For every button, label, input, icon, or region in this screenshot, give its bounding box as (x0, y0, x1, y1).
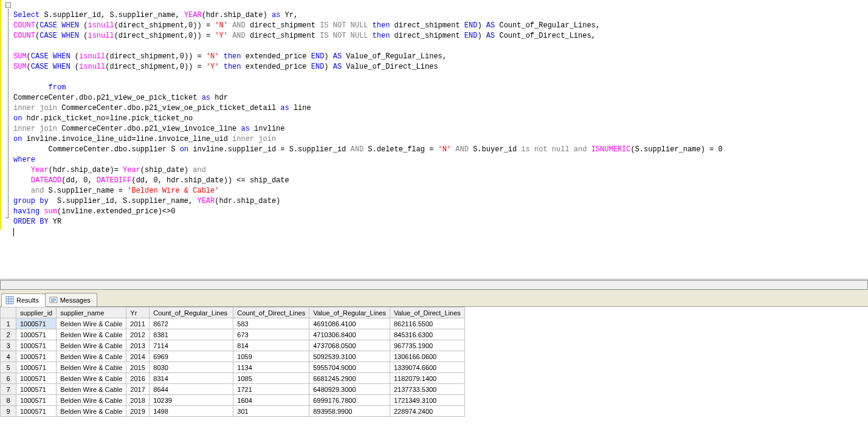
cell-Value_of_Direct_Lines[interactable]: 862116.5500 (390, 318, 464, 329)
table-row[interactable]: 11000571Belden Wire & Cable2011867258346… (1, 318, 465, 329)
cell-supplier_id[interactable]: 1000571 (16, 406, 57, 417)
cell-Value_of_Regular_Lines[interactable]: 6999176.7800 (309, 395, 390, 406)
cell-Value_of_Direct_Lines[interactable]: 2137733.5300 (390, 384, 464, 395)
cell-Yr[interactable]: 2015 (126, 362, 150, 373)
cell-supplier_id[interactable]: 1000571 (16, 384, 57, 395)
results-grid-icon (5, 296, 14, 304)
row-number-cell[interactable]: 5 (1, 362, 16, 373)
cell-Yr[interactable]: 2011 (126, 318, 150, 329)
tab-results[interactable]: Results (1, 293, 46, 307)
cell-Yr[interactable]: 2018 (126, 395, 150, 406)
cell-Value_of_Direct_Lines[interactable]: 1182079.1400 (390, 373, 464, 384)
horizontal-scrollbar[interactable] (0, 280, 868, 290)
cell-Yr[interactable]: 2017 (126, 384, 150, 395)
cell-Yr[interactable]: 2012 (126, 329, 150, 340)
column-header-supplier_id[interactable]: supplier_id (16, 307, 57, 318)
row-number-cell[interactable]: 2 (1, 329, 16, 340)
cell-supplier_id[interactable]: 1000571 (16, 340, 57, 351)
cell-Value_of_Regular_Lines[interactable]: 6681245.2900 (309, 373, 390, 384)
table-row[interactable]: 61000571Belden Wire & Cable2016831410856… (1, 373, 465, 384)
row-number-cell[interactable]: 1 (1, 318, 16, 329)
cell-Count_of_Regular_Lines[interactable]: 7114 (150, 340, 233, 351)
row-number-cell[interactable]: 9 (1, 406, 16, 417)
results-table[interactable]: supplier_idsupplier_nameYrCount_of_Regul… (0, 307, 465, 417)
cell-supplier_name[interactable]: Belden Wire & Cable (57, 329, 126, 340)
results-tabstrip: Results Messages (0, 290, 868, 307)
row-number-cell[interactable]: 6 (1, 373, 16, 384)
cell-supplier_id[interactable]: 1000571 (16, 351, 57, 362)
cell-Yr[interactable]: 2013 (126, 340, 150, 351)
cell-Yr[interactable]: 2014 (126, 351, 150, 362)
column-header-Count_of_Direct_Lines[interactable]: Count_of_Direct_Lines (233, 307, 309, 318)
column-header-Count_of_Regular_Lines[interactable]: Count_of_Regular_Lines (150, 307, 233, 318)
cell-Count_of_Direct_Lines[interactable]: 1085 (233, 373, 309, 384)
cell-Value_of_Direct_Lines[interactable]: 228974.2400 (390, 406, 464, 417)
table-row[interactable]: 31000571Belden Wire & Cable2013711481447… (1, 340, 465, 351)
sql-editor[interactable]: − Select S.supplier_id, S.supplier_name,… (0, 0, 868, 280)
table-row[interactable]: 71000571Belden Wire & Cable2017864417216… (1, 384, 465, 395)
cell-Count_of_Regular_Lines[interactable]: 8644 (150, 384, 233, 395)
cell-supplier_name[interactable]: Belden Wire & Cable (57, 351, 126, 362)
cell-Value_of_Regular_Lines[interactable]: 893958.9900 (309, 406, 390, 417)
cell-Count_of_Regular_Lines[interactable]: 8030 (150, 362, 233, 373)
cell-Value_of_Regular_Lines[interactable]: 4737068.0500 (309, 340, 390, 351)
cell-Count_of_Regular_Lines[interactable]: 1498 (150, 406, 233, 417)
table-row[interactable]: 41000571Belden Wire & Cable2014696910595… (1, 351, 465, 362)
cell-supplier_id[interactable]: 1000571 (16, 373, 57, 384)
column-header-Value_of_Regular_Lines[interactable]: Value_of_Regular_Lines (309, 307, 390, 318)
cell-supplier_name[interactable]: Belden Wire & Cable (57, 384, 126, 395)
cell-supplier_name[interactable]: Belden Wire & Cable (57, 340, 126, 351)
cell-supplier_id[interactable]: 1000571 (16, 395, 57, 406)
cell-Count_of_Regular_Lines[interactable]: 10239 (150, 395, 233, 406)
cell-Count_of_Direct_Lines[interactable]: 814 (233, 340, 309, 351)
row-number-cell[interactable]: 7 (1, 384, 16, 395)
results-grid-pane: supplier_idsupplier_nameYrCount_of_Regul… (0, 307, 868, 417)
cell-Value_of_Regular_Lines[interactable]: 5092539.3100 (309, 351, 390, 362)
row-number-cell[interactable]: 3 (1, 340, 16, 351)
cell-Count_of_Direct_Lines[interactable]: 583 (233, 318, 309, 329)
table-header-row: supplier_idsupplier_nameYrCount_of_Regul… (1, 307, 465, 318)
row-number-header[interactable] (1, 307, 16, 318)
cell-supplier_name[interactable]: Belden Wire & Cable (57, 406, 126, 417)
column-header-Yr[interactable]: Yr (126, 307, 150, 318)
column-header-supplier_name[interactable]: supplier_name (57, 307, 126, 318)
cell-Value_of_Direct_Lines[interactable]: 967735.1900 (390, 340, 464, 351)
cell-supplier_id[interactable]: 1000571 (16, 329, 57, 340)
table-row[interactable]: 91000571Belden Wire & Cable2019149830189… (1, 406, 465, 417)
cell-Yr[interactable]: 2016 (126, 373, 150, 384)
cell-Value_of_Direct_Lines[interactable]: 845316.6300 (390, 329, 464, 340)
cell-supplier_name[interactable]: Belden Wire & Cable (57, 395, 126, 406)
cell-Count_of_Direct_Lines[interactable]: 1059 (233, 351, 309, 362)
fold-toggle-icon[interactable]: − (5, 2, 11, 8)
cell-Value_of_Regular_Lines[interactable]: 5955704.9000 (309, 362, 390, 373)
cell-Value_of_Direct_Lines[interactable]: 1339074.6600 (390, 362, 464, 373)
cell-supplier_name[interactable]: Belden Wire & Cable (57, 362, 126, 373)
cell-supplier_id[interactable]: 1000571 (16, 318, 57, 329)
table-row[interactable]: 81000571Belden Wire & Cable2018102391604… (1, 395, 465, 406)
cell-Count_of_Direct_Lines[interactable]: 1604 (233, 395, 309, 406)
cell-Count_of_Regular_Lines[interactable]: 8381 (150, 329, 233, 340)
cell-Count_of_Regular_Lines[interactable]: 8672 (150, 318, 233, 329)
cell-Value_of_Regular_Lines[interactable]: 4710306.8400 (309, 329, 390, 340)
row-number-cell[interactable]: 4 (1, 351, 16, 362)
cell-Value_of_Regular_Lines[interactable]: 4691086.4100 (309, 318, 390, 329)
cell-Count_of_Direct_Lines[interactable]: 673 (233, 329, 309, 340)
cell-Value_of_Direct_Lines[interactable]: 1306166.0600 (390, 351, 464, 362)
cell-supplier_name[interactable]: Belden Wire & Cable (57, 318, 126, 329)
cell-Count_of_Direct_Lines[interactable]: 1134 (233, 362, 309, 373)
row-number-cell[interactable]: 8 (1, 395, 16, 406)
column-header-Value_of_Direct_Lines[interactable]: Value_of_Direct_Lines (390, 307, 464, 318)
table-row[interactable]: 21000571Belden Wire & Cable2012838167347… (1, 329, 465, 340)
cell-supplier_name[interactable]: Belden Wire & Cable (57, 373, 126, 384)
cell-Value_of_Direct_Lines[interactable]: 1721349.3100 (390, 395, 464, 406)
sql-code[interactable]: Select S.supplier_id, S.supplier_name, Y… (13, 0, 723, 238)
cell-Yr[interactable]: 2019 (126, 406, 150, 417)
cell-Count_of_Direct_Lines[interactable]: 301 (233, 406, 309, 417)
cell-Count_of_Regular_Lines[interactable]: 6969 (150, 351, 233, 362)
cell-Value_of_Regular_Lines[interactable]: 6480929.3000 (309, 384, 390, 395)
cell-Count_of_Regular_Lines[interactable]: 8314 (150, 373, 233, 384)
cell-Count_of_Direct_Lines[interactable]: 1721 (233, 384, 309, 395)
table-row[interactable]: 51000571Belden Wire & Cable2015803011345… (1, 362, 465, 373)
tab-messages[interactable]: Messages (45, 293, 97, 306)
cell-supplier_id[interactable]: 1000571 (16, 362, 57, 373)
